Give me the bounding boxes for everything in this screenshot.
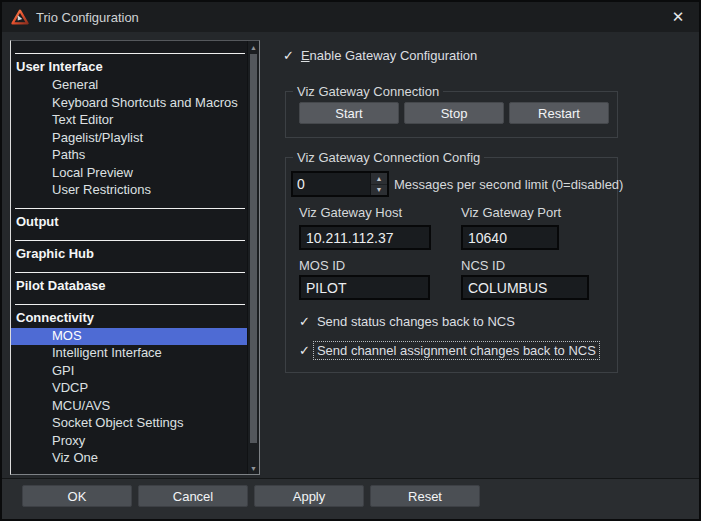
sidebar-item-text-editor[interactable]: Text Editor <box>11 112 247 130</box>
send-channel-assignment-label: Send channel assignment changes back to … <box>313 341 600 360</box>
checkmark-icon: ✓ <box>283 49 294 62</box>
viz-gateway-port-label: Viz Gateway Port <box>461 205 561 220</box>
viz-gateway-connection-config-group-title: Viz Gateway Connection Config <box>293 150 484 165</box>
viz-gateway-connection-config-group: Viz Gateway Connection Config ▲ ▼ Messag… <box>285 157 618 373</box>
sidebar-header-connectivity: Connectivity <box>11 305 247 328</box>
sidebar-item-pagelist-playlist[interactable]: Pagelist/Playlist <box>11 130 247 148</box>
checkmark-icon: ✓ <box>299 315 310 328</box>
ncs-id-label: NCS ID <box>461 258 505 273</box>
ncs-id-field[interactable] <box>461 275 589 300</box>
ok-button[interactable]: OK <box>22 485 132 507</box>
viz-gateway-port-field[interactable] <box>461 225 559 250</box>
sidebar-item-intelligent-interface[interactable]: Intelligent Interface <box>11 345 247 363</box>
viz-gateway-connection-group: Viz Gateway Connection Start Stop Restar… <box>285 91 618 138</box>
mos-id-field[interactable] <box>299 275 430 300</box>
scrollbar-track[interactable] <box>248 53 259 462</box>
spinner-buttons: ▲ ▼ <box>370 173 387 195</box>
viz-gateway-host-field[interactable] <box>299 225 431 250</box>
sidebar-header-user-interface: User Interface <box>11 54 247 77</box>
sidebar-item-vdcp[interactable]: VDCP <box>11 380 247 398</box>
sidebar-header-graphic-hub: Graphic Hub <box>11 241 247 264</box>
sidebar-item-user-restrictions[interactable]: User Restrictions <box>11 182 247 200</box>
close-icon: ✕ <box>672 8 685 26</box>
sidebar-item-general[interactable]: General <box>11 77 247 95</box>
window-title: Trio Configuration <box>36 10 139 25</box>
scrollbar-thumb[interactable] <box>250 54 257 443</box>
sidebar-item-socket-object-settings[interactable]: Socket Object Settings <box>11 415 247 433</box>
stop-button[interactable]: Stop <box>404 102 504 124</box>
trio-configuration-window: Trio Configuration ✕ User Interface Gene… <box>0 0 701 521</box>
checkmark-icon: ✓ <box>299 344 310 357</box>
dialog-button-bar: OK Cancel Apply Reset <box>2 478 699 519</box>
sidebar-item-paths[interactable]: Paths <box>11 147 247 165</box>
settings-tree: User Interface General Keyboard Shortcut… <box>10 40 260 475</box>
send-channel-assignment-checkbox[interactable]: ✓ Send channel assignment changes back t… <box>299 341 600 360</box>
cancel-button[interactable]: Cancel <box>138 485 248 507</box>
messages-per-second-spinner[interactable]: ▲ ▼ <box>291 171 389 197</box>
sidebar-item-local-preview[interactable]: Local Preview <box>11 165 247 183</box>
scroll-up-icon[interactable]: ▲ <box>248 41 259 53</box>
enable-gateway-configuration-label: Enable Gateway Configuration <box>301 48 477 63</box>
sidebar-item-proxy[interactable]: Proxy <box>11 433 247 451</box>
reset-button[interactable]: Reset <box>370 485 480 507</box>
sidebar-item-keyboard-shortcuts-and-macros[interactable]: Keyboard Shortcuts and Macros <box>11 95 247 113</box>
settings-tree-items: User Interface General Keyboard Shortcut… <box>11 41 247 474</box>
messages-per-second-input[interactable] <box>293 173 370 195</box>
messages-per-second-label: Messages per second limit (0=disabled) <box>394 177 623 192</box>
sidebar-item-viz-one[interactable]: Viz One <box>11 450 247 468</box>
close-button[interactable]: ✕ <box>657 2 699 32</box>
send-status-changes-checkbox[interactable]: ✓ Send status changes back to NCS <box>299 314 515 329</box>
scroll-down-icon[interactable]: ▼ <box>248 462 259 474</box>
vizrt-logo-icon <box>10 7 30 27</box>
title-bar[interactable]: Trio Configuration ✕ <box>2 2 699 32</box>
viz-gateway-connection-group-title: Viz Gateway Connection <box>293 84 443 99</box>
spin-down-icon[interactable]: ▼ <box>371 185 387 196</box>
sidebar-item-mos[interactable]: MOS <box>11 328 247 346</box>
restart-button[interactable]: Restart <box>509 102 609 124</box>
send-status-changes-label: Send status changes back to NCS <box>317 314 515 329</box>
spin-up-icon[interactable]: ▲ <box>371 173 387 185</box>
viz-gateway-host-label: Viz Gateway Host <box>299 205 402 220</box>
mos-id-label: MOS ID <box>299 258 345 273</box>
sidebar-item-mcu-avs[interactable]: MCU/AVS <box>11 398 247 416</box>
sidebar-header-pilot-database: Pilot Database <box>11 273 247 296</box>
sidebar-item-gpi[interactable]: GPI <box>11 363 247 381</box>
sidebar-header-output: Output <box>11 209 247 232</box>
enable-gateway-configuration-checkbox[interactable]: ✓ Enable Gateway Configuration <box>283 48 477 63</box>
apply-button[interactable]: Apply <box>254 485 364 507</box>
sidebar-scrollbar[interactable]: ▲ ▼ <box>247 41 259 474</box>
start-button[interactable]: Start <box>299 102 399 124</box>
